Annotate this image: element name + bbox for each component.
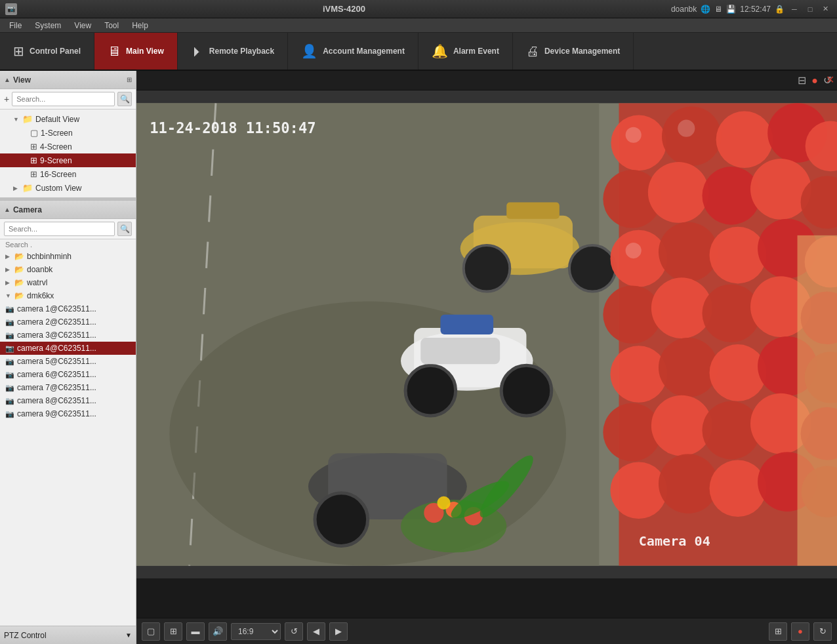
monitor-icon: 🖥	[714, 5, 722, 14]
custom-view-expand-icon: ▶	[13, 185, 20, 191]
1screen-label: 1-Screen	[41, 129, 73, 138]
svg-point-7	[569, 245, 616, 292]
layout-1x1-button[interactable]: ▢	[142, 622, 160, 641]
remote-playback-icon: ⏵	[191, 44, 204, 59]
aspect-ratio-select[interactable]: 16:9 4:3 Original	[231, 623, 281, 640]
camera-item-cam8[interactable]: 📷 camera 8@C623511...	[0, 394, 136, 407]
refresh-view-button[interactable]: ↺	[285, 622, 303, 641]
titlebar-center: iVMS-4200	[323, 4, 365, 14]
svg-point-32	[648, 162, 709, 223]
tab-alarm-event[interactable]: 🔔 Alarm Event	[418, 33, 513, 70]
menu-help[interactable]: Help	[125, 20, 155, 31]
svg-point-38	[710, 227, 767, 284]
1screen-icon: ▢	[30, 128, 38, 138]
prev-camera-button[interactable]: ◀	[307, 622, 325, 641]
settings-button[interactable]: ↻	[813, 622, 832, 641]
camera-item-cam1[interactable]: 📷 camera 1@C623511...	[0, 302, 136, 315]
camera-section-header[interactable]: ▲ Camera	[0, 201, 136, 219]
tab-control-panel[interactable]: ⊞ Control Panel	[0, 33, 94, 70]
main-layout: ▲ View ⊞ + 🔍 ▼ 📁 Default View	[0, 71, 837, 644]
tree-16screen[interactable]: ⊞ 16-Screen	[0, 167, 136, 181]
tree-4screen[interactable]: ⊞ 4-Screen	[0, 140, 136, 153]
cam9-label: camera 9@C623511...	[17, 409, 96, 418]
audio-button[interactable]: 🔊	[209, 622, 227, 641]
camera-item-cam4[interactable]: 📷 camera 4@C623511...	[0, 342, 136, 355]
camera-search-hint: Search .	[0, 239, 136, 250]
tree-9screen[interactable]: ⊞ 9-Screen	[0, 153, 136, 167]
feed-right-buttons: ⊞ ● ↻	[769, 622, 832, 641]
camera-item-cam5[interactable]: 📷 camera 5@C623511...	[0, 355, 136, 368]
tab-remote-playback[interactable]: ⏵ Remote Playback	[178, 33, 288, 70]
camera-group-bchbinhminh[interactable]: ▶ 📂 bchbinhminh	[0, 250, 136, 263]
camera-search-input[interactable]	[4, 222, 115, 236]
camera-item-cam6[interactable]: 📷 camera 6@C623511...	[0, 368, 136, 381]
camera-group-watrvl[interactable]: ▶ 📂 watrvl	[0, 276, 136, 289]
feed-record-btn[interactable]: ●	[811, 75, 818, 87]
tab-remote-playback-label: Remote Playback	[209, 47, 274, 56]
camera-search-bar: 🔍	[0, 219, 136, 239]
lock-icon: 🔒	[775, 5, 785, 14]
clock: 12:52:47	[740, 5, 771, 14]
view-search-bar: + 🔍	[0, 89, 136, 110]
video-close-button[interactable]: ✕	[826, 73, 834, 86]
view-search-button[interactable]: 🔍	[117, 92, 132, 106]
cam2-label: camera 2@C623511...	[17, 317, 96, 327]
next-camera-button[interactable]: ▶	[329, 622, 348, 641]
tree-custom-view[interactable]: ▶ 📁 Custom View	[0, 181, 136, 195]
tree-default-view[interactable]: ▼ 📁 Default View	[0, 112, 136, 126]
menu-system[interactable]: System	[28, 20, 68, 31]
svg-point-48	[710, 344, 767, 401]
close-button[interactable]: ✕	[820, 5, 832, 14]
camera-item-cam3[interactable]: 📷 camera 3@C623511...	[0, 329, 136, 342]
camera-item-cam7[interactable]: 📷 camera 7@C623511...	[0, 381, 136, 394]
camera-item-cam2[interactable]: 📷 camera 2@C623511...	[0, 315, 136, 329]
svg-point-46	[610, 346, 667, 403]
svg-point-47	[659, 338, 718, 397]
camera-group-dmk6kx[interactable]: ▼ 📂 dmk6kx	[0, 289, 136, 302]
svg-point-37	[659, 222, 718, 282]
default-view-label: Default View	[35, 115, 79, 124]
view-search-input[interactable]	[12, 92, 115, 106]
svg-point-26	[611, 115, 666, 171]
custom-view-icon: 📁	[22, 183, 33, 193]
svg-point-22	[437, 496, 450, 510]
minimize-button[interactable]: ─	[788, 5, 800, 14]
cam6-icon: 📷	[5, 371, 14, 379]
tab-device-management[interactable]: 🖨 Device Management	[513, 33, 634, 70]
view-section-title-area: ▲ View	[4, 75, 31, 85]
tabbar: ⊞ Control Panel 🖥 Main View ⏵ Remote Pla…	[0, 33, 837, 71]
menu-file[interactable]: File	[3, 20, 28, 31]
camera-search-button[interactable]: 🔍	[117, 222, 132, 236]
ptz-section[interactable]: PTZ Control ▼	[0, 626, 136, 644]
view-section-title: View	[13, 75, 31, 85]
layout-fullscreen-button[interactable]: ▬	[186, 622, 205, 641]
maximize-button[interactable]: □	[804, 5, 816, 14]
tab-main-view[interactable]: 🖥 Main View	[94, 33, 178, 70]
layout-4-button[interactable]: ⊞	[164, 622, 182, 641]
tab-account-management[interactable]: 👤 Account Management	[288, 33, 418, 70]
video-container: ✕	[136, 71, 837, 618]
cam1-label: camera 1@C623511...	[17, 304, 96, 313]
svg-point-56	[610, 462, 667, 519]
camera-item-cam9[interactable]: 📷 camera 9@C623511...	[0, 407, 136, 420]
tree-1screen[interactable]: ▢ 1-Screen	[0, 126, 136, 140]
camera-list: ▶ 📂 bchbinhminh ▶ 📂 doanbk ▶ 📂 watrvl	[0, 250, 136, 626]
svg-point-6	[464, 245, 510, 292]
view-search-add-icon[interactable]: +	[4, 94, 9, 104]
cam7-icon: 📷	[5, 384, 14, 392]
16screen-icon: ⊞	[30, 169, 37, 179]
grid-view-button[interactable]: ⊞	[769, 622, 787, 641]
tab-alarm-event-label: Alarm Event	[453, 47, 499, 56]
tab-account-management-label: Account Management	[323, 47, 405, 56]
titlebar: 📷 iVMS-4200 doanbk 🌐 🖥 💾 12:52:47 🔒 ─ □ …	[0, 0, 837, 18]
camera-collapse-icon: ▲	[4, 206, 10, 213]
view-section-header[interactable]: ▲ View ⊞	[0, 71, 136, 89]
svg-point-28	[716, 111, 773, 168]
menu-view[interactable]: View	[68, 20, 98, 31]
camera-feed: 11-24-2018 11:50:47 Camera 04	[136, 91, 837, 578]
record-all-button[interactable]: ●	[791, 622, 809, 641]
view-section-expand-icon: ⊞	[127, 76, 132, 83]
camera-group-doanbk[interactable]: ▶ 📂 doanbk	[0, 263, 136, 276]
feed-aspect-btn[interactable]: ⊟	[798, 74, 806, 87]
menu-tool[interactable]: Tool	[98, 20, 125, 31]
